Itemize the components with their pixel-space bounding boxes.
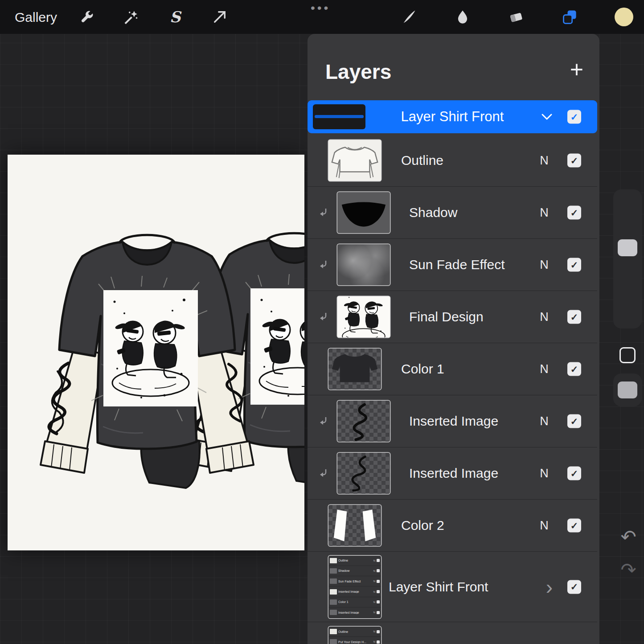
check-icon: ✓	[570, 312, 578, 322]
layer-thumbnail[interactable]	[337, 401, 390, 442]
check-icon: ✓	[570, 468, 578, 479]
check-icon: ✓	[570, 364, 578, 374]
layer-row-inserted-image-1[interactable]: Inserted Image N ✓	[308, 395, 597, 447]
layer-row-shadow[interactable]: Shadow N ✓	[308, 187, 597, 239]
group-thumbnail[interactable]: OutlineN Put Your Design H...N	[328, 627, 381, 644]
layer-row-color-1[interactable]: Color 1 N ✓	[308, 343, 597, 395]
layer-row-inserted-image-2[interactable]: Inserted Image N ✓	[308, 447, 597, 500]
redo-button[interactable]: ↷	[618, 559, 639, 580]
gallery-button[interactable]: Gallery	[15, 10, 57, 25]
clipping-mask-icon	[319, 260, 328, 270]
group-row-partial[interactable]: OutlineN Put Your Design H...N	[308, 622, 597, 644]
selected-layer-row-shirt-front[interactable]: Layer Shirt Front ✓	[308, 100, 597, 133]
layer-visibility-checkbox[interactable]: ✓	[567, 310, 581, 324]
check-icon: ✓	[570, 259, 578, 270]
layer-visibility-checkbox[interactable]: ✓	[567, 258, 581, 272]
layer-visibility-checkbox[interactable]: ✓	[567, 580, 581, 594]
layer-visibility-checkbox[interactable]: ✓	[567, 362, 581, 376]
layer-visibility-checkbox[interactable]: ✓	[567, 467, 581, 480]
layer-visibility-checkbox[interactable]: ✓	[567, 154, 581, 168]
opacity-slider-handle[interactable]	[618, 381, 637, 398]
clipping-mask-icon	[319, 416, 328, 426]
modify-button[interactable]	[619, 347, 636, 363]
layer-thumbnail[interactable]	[328, 349, 381, 390]
check-icon: ✓	[570, 520, 578, 531]
blend-mode-badge[interactable]: N	[537, 258, 551, 272]
layer-name[interactable]: Inserted Image	[409, 466, 498, 481]
check-icon: ✓	[570, 155, 578, 166]
procreate-window: Gallery S ••• Layers +	[0, 0, 644, 644]
check-icon: ✓	[570, 416, 578, 427]
layer-name[interactable]: Color 2	[401, 518, 444, 533]
canvas-options-ellipsis[interactable]: •••	[311, 1, 330, 15]
actions-wrench-icon[interactable]	[77, 7, 97, 27]
layer-row-final-design[interactable]: Final Design N ✓	[308, 291, 597, 343]
adjustments-wand-icon[interactable]	[121, 7, 140, 27]
color-swatch-icon[interactable]	[614, 7, 634, 27]
layer-thumbnail[interactable]	[328, 140, 381, 181]
chevron-right-icon[interactable]: ›	[546, 577, 553, 597]
layers-panel: Layers + Layer Shirt Front ✓ Outline N ✓	[308, 34, 599, 644]
blend-mode-badge[interactable]: N	[537, 519, 551, 533]
layer-thumbnail[interactable]	[337, 244, 390, 285]
check-icon: ✓	[570, 207, 578, 218]
clipping-mask-icon	[319, 312, 328, 322]
layer-name[interactable]: Outline	[401, 153, 443, 168]
chevron-down-icon[interactable]	[540, 112, 554, 121]
clipping-mask-icon	[319, 208, 328, 217]
smudge-tool-icon[interactable]	[453, 7, 472, 27]
brush-size-slider-handle[interactable]	[618, 239, 637, 256]
check-icon: ✓	[570, 111, 578, 122]
brush-size-slider[interactable]	[613, 189, 642, 328]
layer-row-sun-fade[interactable]: Sun Fade Effect N ✓	[308, 239, 597, 291]
layer-thumbnail[interactable]	[337, 453, 390, 494]
blend-mode-badge[interactable]: N	[537, 467, 551, 480]
layer-row-outline[interactable]: Outline N ✓	[308, 135, 597, 187]
layers-panel-title: Layers	[325, 60, 391, 84]
group-thumbnail[interactable]: OutlineN ShadowN Sun Fade EffectN Insert…	[328, 556, 381, 618]
brush-tool-icon[interactable]	[399, 7, 419, 27]
eraser-tool-icon[interactable]	[506, 7, 526, 27]
add-layer-button[interactable]: +	[570, 58, 583, 81]
tshirt-mockup-artwork	[8, 155, 304, 550]
selected-layer-name[interactable]: Layer Shirt Front	[308, 109, 597, 125]
selection-tool-icon[interactable]: S	[165, 7, 185, 27]
layer-thumbnail[interactable]	[337, 192, 390, 233]
blend-mode-badge[interactable]: N	[537, 206, 551, 220]
group-name[interactable]: Layer Shirt Front	[389, 579, 488, 595]
layer-thumbnail[interactable]	[328, 505, 381, 546]
canvas-artboard[interactable]	[8, 155, 304, 550]
blend-mode-badge[interactable]: N	[537, 362, 551, 376]
clipping-mask-icon	[319, 468, 328, 478]
blend-mode-badge[interactable]: N	[537, 310, 551, 324]
undo-button[interactable]: ↶	[618, 526, 639, 547]
layer-row-color-2[interactable]: Color 2 N ✓	[308, 500, 597, 552]
layer-name[interactable]: Sun Fade Effect	[409, 257, 505, 272]
transform-arrow-icon[interactable]	[210, 7, 230, 27]
layer-name[interactable]: Final Design	[409, 309, 484, 324]
opacity-slider[interactable]	[613, 373, 642, 406]
layer-thumbnail[interactable]	[337, 296, 390, 337]
group-row-shirt-front[interactable]: OutlineN ShadowN Sun Fade EffectN Insert…	[308, 552, 597, 622]
layer-name[interactable]: Shadow	[409, 205, 457, 220]
blend-mode-badge[interactable]: N	[537, 414, 551, 428]
check-icon: ✓	[570, 582, 578, 592]
blend-mode-badge[interactable]: N	[537, 154, 551, 168]
layer-visibility-checkbox[interactable]: ✓	[567, 414, 581, 428]
layer-visibility-checkbox[interactable]: ✓	[567, 110, 581, 124]
layers-panel-icon[interactable]	[560, 7, 579, 27]
top-toolbar: Gallery S •••	[0, 0, 644, 34]
layer-visibility-checkbox[interactable]: ✓	[567, 519, 581, 533]
layer-name[interactable]: Inserted Image	[409, 414, 498, 429]
layer-name[interactable]: Color 1	[401, 361, 444, 377]
layer-visibility-checkbox[interactable]: ✓	[567, 206, 581, 220]
